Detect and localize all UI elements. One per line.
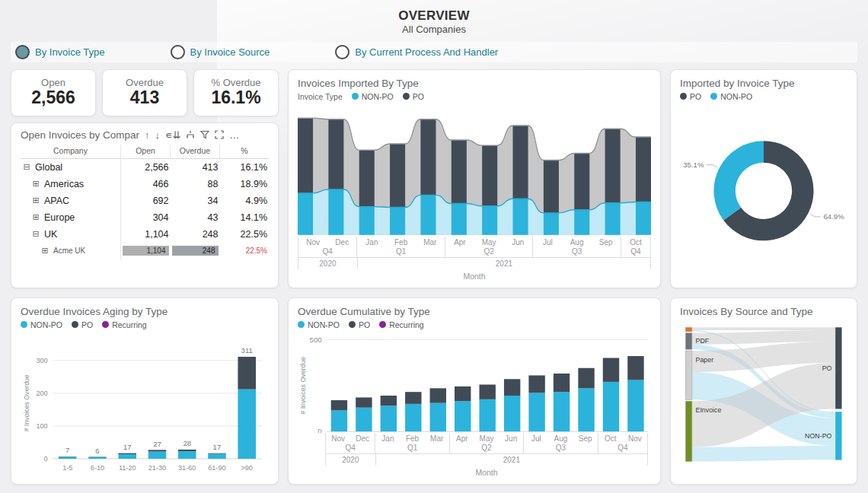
bar-segment-po[interactable] [605,129,621,202]
bar-segment-non-po[interactable] [578,388,594,431]
bar-segment-non-po[interactable] [356,407,372,431]
bar-segment-po[interactable] [405,392,421,404]
expand-all-down-icon[interactable]: ∊︎​⇊ [165,130,180,140]
bar-segment-non-po[interactable] [544,212,559,234]
focus-mode-icon[interactable] [215,130,224,139]
bar-segment-non-po[interactable] [88,456,107,458]
bar-segment-non-po[interactable] [59,456,77,459]
bar-segment-po[interactable] [479,384,495,399]
bar-segment-po[interactable] [430,388,446,402]
bar-segment-po[interactable] [359,150,375,206]
donut-slice-non-po[interactable] [725,151,764,214]
table-row[interactable]: ⊞Europe3044314.1% [21,209,269,226]
bar-segment-po[interactable] [636,136,651,201]
bar-segment-po[interactable] [148,450,167,451]
bar-segment-po[interactable] [578,367,594,388]
legend-item-recurring[interactable]: Recurring [102,320,147,329]
expand-icon[interactable]: ⊞ [31,212,40,222]
expand-icon[interactable]: ⊞ [40,246,49,256]
legend-item-po[interactable]: PO [680,92,701,101]
bar-segment-non-po[interactable] [452,203,467,234]
radio-button-icon[interactable] [171,45,185,59]
table-row[interactable]: ⊟Global2,56641316.1% [21,158,269,176]
bar-segment-po[interactable] [452,140,467,203]
legend-item-non-po[interactable]: NON-PO [298,320,340,329]
bar-segment-non-po[interactable] [331,410,347,431]
sankey-node-po[interactable] [835,327,841,409]
bar-segment-po[interactable] [528,375,544,393]
bar-segment-non-po[interactable] [479,399,495,431]
more-options-icon[interactable]: … [229,130,239,140]
collapse-icon[interactable]: ⊟ [31,229,40,239]
bar-segment-non-po[interactable] [208,453,226,458]
imported-by-type-donut-chart[interactable]: 64.9%35.1% [680,104,847,281]
column-header[interactable]: Overdue [171,145,220,159]
bar-segment-non-po[interactable] [238,389,256,458]
invoices-imported-chart[interactable] [298,104,651,237]
bar-segment-non-po[interactable] [636,202,651,234]
bar-segment-non-po[interactable] [298,192,313,234]
sankey-node-source[interactable] [685,327,691,332]
bar-segment-non-po[interactable] [603,381,619,431]
bar-segment-non-po[interactable] [513,199,528,234]
bar-segment-po[interactable] [627,356,643,380]
legend-item-non-po[interactable]: NON-PO [710,92,752,101]
bar-segment-po[interactable] [504,379,520,396]
radio-button-icon[interactable] [15,45,30,59]
bar-segment-non-po[interactable] [381,406,397,431]
overdue-cumulative-chart[interactable]: 0500# Invoices Overdue [298,332,651,433]
bar-segment-non-po[interactable] [430,402,446,431]
sort-descending-icon[interactable]: ↓ [155,130,161,140]
bar-segment-po[interactable] [455,386,471,400]
column-header[interactable]: Open [121,145,171,159]
bar-segment-po[interactable] [574,153,589,209]
sankey-flow[interactable] [692,445,835,461]
filter-radio-by-invoice-source[interactable]: By Invoice Source [171,45,270,59]
column-header[interactable]: % [220,145,270,159]
bar-segment-non-po[interactable] [528,393,544,431]
overdue-aging-chart[interactable]: 010020030071-566-101711-202721-302831-60… [21,332,269,478]
bar-segment-po[interactable] [381,396,397,406]
bar-segment-po[interactable] [603,358,619,381]
table-row[interactable]: ⊞Acme UK1,10424822.5% [21,243,269,259]
bar-segment-po[interactable] [298,118,313,193]
filter-radio-by-invoice-type[interactable]: By Invoice Type [15,45,105,59]
bar-segment-non-po[interactable] [118,453,136,458]
bar-segment-non-po[interactable] [405,403,421,431]
bar-segment-non-po[interactable] [359,206,375,234]
expand-icon[interactable]: ⊞ [31,179,40,189]
bar-segment-non-po[interactable] [178,451,196,459]
radio-button-icon[interactable] [335,45,349,59]
column-header[interactable]: Company [21,145,121,159]
bar-segment-non-po[interactable] [390,207,405,234]
table-row[interactable]: ⊞Americas4668818.9% [21,176,269,192]
bar-segment-po[interactable] [544,160,559,212]
legend-item-po[interactable]: PO [349,320,370,329]
bar-segment-non-po[interactable] [148,451,167,458]
bar-segment-po[interactable] [482,145,497,206]
collapse-icon[interactable]: ⊟ [22,162,31,172]
bar-segment-non-po[interactable] [482,205,497,234]
bar-segment-non-po[interactable] [328,189,343,234]
sort-ascending-icon[interactable]: ↑ [145,130,150,140]
expand-next-level-icon[interactable] [186,130,195,139]
bar-segment-non-po[interactable] [455,401,471,431]
table-row[interactable]: ⊞APAC692344.9% [21,192,269,209]
bar-segment-non-po[interactable] [574,209,589,234]
bar-segment-po[interactable] [513,126,528,199]
bar-segment-po[interactable] [331,400,347,410]
legend-item-non-po[interactable]: NON-PO [352,92,394,101]
bar-segment-non-po[interactable] [554,392,570,431]
legend-item-non-po[interactable]: NON-PO [21,320,62,329]
filter-icon[interactable] [200,130,209,139]
bar-segment-non-po[interactable] [420,195,436,234]
bar-segment-po[interactable] [390,144,405,207]
sankey-node-paper[interactable] [685,351,691,399]
bar-segment-po[interactable] [118,453,136,453]
sankey-node-non-po[interactable] [835,412,841,460]
bar-segment-non-po[interactable] [504,396,520,431]
bar-segment-po[interactable] [178,449,196,450]
bar-segment-po[interactable] [208,453,226,453]
invoices-by-source-sankey-chart[interactable]: PDFPaperEInvoicePONON-PO [680,319,847,478]
legend-item-po[interactable]: PO [403,92,424,101]
